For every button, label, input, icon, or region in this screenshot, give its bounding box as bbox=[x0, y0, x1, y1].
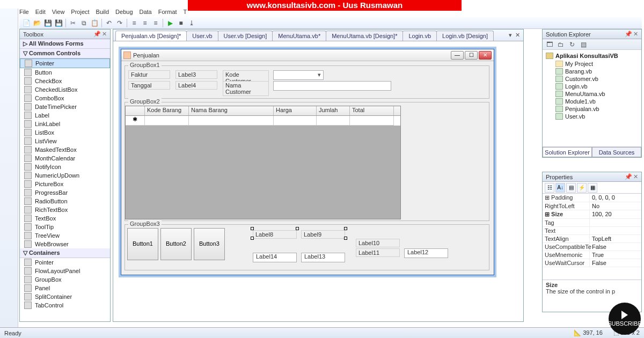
toolbox-item-monthcalendar[interactable]: MonthCalendar bbox=[20, 154, 110, 163]
label-namacust[interactable]: Nama Customer bbox=[223, 81, 269, 96]
toolbox-item-picturebox[interactable]: PictureBox bbox=[20, 180, 110, 188]
tab-close-icon[interactable]: ✕ bbox=[515, 32, 520, 39]
start-debug-icon[interactable]: ▶ bbox=[165, 18, 175, 28]
toolbox-group-containers[interactable]: ▽ Containers bbox=[20, 248, 110, 258]
property-row[interactable]: UseMnemonicTrue bbox=[543, 251, 641, 259]
document-tabs[interactable]: Penjualan.vb [Design]*User.vbUser.vb [De… bbox=[113, 30, 523, 41]
step-icon[interactable]: ⤓ bbox=[187, 18, 196, 28]
toolbox-item-combobox[interactable]: ComboBox bbox=[20, 94, 110, 102]
toolbox-item-radiobutton[interactable]: RadioButton bbox=[20, 197, 110, 205]
selection-handle[interactable] bbox=[251, 237, 254, 240]
properties-title[interactable]: Properties 📌✕ bbox=[543, 172, 641, 182]
text-namacust[interactable] bbox=[273, 81, 391, 91]
property-row[interactable]: ⊞ Padding0, 0, 0, 0 bbox=[543, 194, 641, 202]
categorized-icon[interactable]: ☷ bbox=[545, 183, 554, 193]
grid-col-total[interactable]: Total bbox=[350, 106, 394, 115]
solution-item[interactable]: Customer.vb bbox=[555, 75, 638, 83]
solution-item[interactable]: Module1.vb bbox=[555, 98, 638, 105]
properties-toolbar[interactable]: ☷ A↓ ▤ ⚡ ▦ bbox=[543, 182, 641, 194]
toolbox-item-button[interactable]: Button bbox=[20, 68, 110, 77]
design-surface[interactable]: Penjualan — ☐ ✕ GroupBox1 Faktur Tanggal… bbox=[113, 41, 523, 321]
toolbox-item-datetimepicker[interactable]: DateTimePicker bbox=[20, 102, 110, 111]
label10[interactable]: Label10 bbox=[356, 239, 400, 247]
toolbox-item-panel[interactable]: Panel bbox=[20, 284, 110, 292]
property-row[interactable]: Text bbox=[543, 227, 641, 235]
tab-solution-explorer[interactable]: Solution Explorer bbox=[543, 147, 592, 157]
pin-icon[interactable]: 📌 bbox=[625, 173, 632, 180]
maximize-icon[interactable]: ☐ bbox=[465, 51, 478, 60]
toolbox-item-progressbar[interactable]: ProgressBar bbox=[20, 188, 110, 197]
view-code-icon[interactable]: ▤ bbox=[579, 40, 588, 49]
label9[interactable]: Label9 bbox=[301, 230, 345, 239]
toolbox-item-maskedtextbox[interactable]: MaskedTextBox bbox=[20, 145, 110, 154]
redo-icon[interactable]: ↷ bbox=[115, 18, 125, 28]
solution-item[interactable]: Penjualan.vb bbox=[555, 105, 638, 113]
solution-tree[interactable]: Aplikasi KonsultasiVB My ProjectBarang.v… bbox=[543, 50, 641, 123]
grid-col-kodebarang[interactable]: Kode Barang bbox=[145, 106, 189, 115]
label-faktur[interactable]: Faktur bbox=[128, 70, 170, 79]
close-icon[interactable]: ✕ bbox=[633, 31, 638, 38]
tab-data-sources[interactable]: Data Sources bbox=[592, 147, 641, 157]
selection-handle[interactable] bbox=[344, 237, 347, 240]
properties-grid[interactable]: ⊞ Padding0, 0, 0, 0RightToLeftNo⊞ Size10… bbox=[543, 194, 641, 280]
button1[interactable]: Button1 bbox=[127, 228, 158, 260]
paste-icon[interactable]: 📋 bbox=[90, 18, 99, 28]
toolbox-item-richtextbox[interactable]: RichTextBox bbox=[20, 205, 110, 214]
combo-kodecust[interactable] bbox=[273, 70, 324, 80]
toolbox-title[interactable]: Toolbox 📌✕ bbox=[20, 30, 110, 39]
undo-icon[interactable]: ↶ bbox=[104, 18, 114, 28]
doc-tab[interactable]: User.vb [Design] bbox=[218, 31, 273, 41]
toolbox-item-pointer[interactable]: Pointer bbox=[20, 258, 110, 267]
grid-col-rowheader[interactable] bbox=[126, 106, 145, 115]
subscribe-badge[interactable]: SUBSCRIBE bbox=[609, 303, 641, 335]
main-toolbar[interactable]: 📄 📂 💾 💾 ✂ ⧉ 📋 ↶ ↷ ≡ ≡ ≡ ▶ ■ ⤓ bbox=[19, 17, 642, 29]
property-row[interactable]: RightToLeftNo bbox=[543, 202, 641, 210]
property-row[interactable]: TextAlignTopLeft bbox=[543, 235, 641, 243]
align-right-icon[interactable]: ≡ bbox=[151, 18, 160, 28]
grid-col-harga[interactable]: Harga bbox=[274, 106, 317, 115]
toolbox-item-numericupdown[interactable]: NumericUpDown bbox=[20, 171, 110, 180]
doc-tab[interactable]: User.vb bbox=[186, 31, 218, 41]
grid-col-jumlah[interactable]: Jumlah bbox=[317, 106, 350, 115]
close-icon[interactable]: ✕ bbox=[633, 173, 638, 180]
save-icon[interactable]: 💾 bbox=[43, 18, 53, 28]
button2[interactable]: Button2 bbox=[160, 228, 192, 260]
label11[interactable]: Label11 bbox=[356, 248, 400, 257]
property-row[interactable]: UseWaitCursorFalse bbox=[543, 259, 641, 267]
groupbox3[interactable]: GroupBox3 Button1 Button2 Button3 Label8… bbox=[125, 224, 489, 270]
refresh-icon[interactable]: ↻ bbox=[567, 40, 577, 49]
toolbox-item-checkedlistbox[interactable]: CheckedListBox bbox=[20, 85, 110, 94]
solution-explorer-title[interactable]: Solution Explorer 📌✕ bbox=[543, 30, 641, 39]
close-icon[interactable]: ✕ bbox=[102, 31, 107, 38]
doc-tab[interactable]: Login.vb bbox=[402, 31, 437, 41]
form-window[interactable]: Penjualan — ☐ ✕ GroupBox1 Faktur Tanggal… bbox=[121, 49, 494, 275]
doc-tab[interactable]: Penjualan.vb [Design]* bbox=[115, 31, 187, 41]
grid-col-namabarang[interactable]: Nama Barang bbox=[189, 106, 274, 115]
toolbox-item-tabcontrol[interactable]: TabControl bbox=[20, 301, 110, 310]
open-icon[interactable]: 📂 bbox=[32, 18, 42, 28]
alphabetical-icon[interactable]: A↓ bbox=[555, 183, 565, 193]
align-center-icon[interactable]: ≡ bbox=[140, 18, 150, 28]
selection-handle[interactable] bbox=[296, 227, 299, 230]
solution-toolbar[interactable]: 🗔 🗀 ↻ ▤ bbox=[543, 39, 641, 50]
tab-dropdown-icon[interactable]: ▾ bbox=[509, 32, 512, 39]
solution-item[interactable]: Login.vb bbox=[555, 83, 638, 90]
solution-item[interactable]: User.vb bbox=[555, 113, 638, 120]
close-window-icon[interactable]: ✕ bbox=[479, 51, 492, 60]
toolbox-item-listbox[interactable]: ListBox bbox=[20, 128, 110, 137]
groupbox2[interactable]: GroupBox2 Kode Barang Nama Barang Harga … bbox=[125, 102, 489, 221]
properties-panel[interactable]: Properties 📌✕ ☷ A↓ ▤ ⚡ ▦ ⊞ Padding0, 0, … bbox=[542, 172, 642, 312]
properties-icon[interactable]: 🗔 bbox=[545, 40, 554, 49]
label4[interactable]: Label4 bbox=[175, 81, 217, 90]
toolbox-item-treeview[interactable]: TreeView bbox=[20, 231, 110, 240]
solution-item[interactable]: My Project bbox=[555, 60, 638, 68]
doc-tab[interactable]: MenuUtama.vb [Design]* bbox=[326, 31, 403, 41]
events-icon[interactable]: ⚡ bbox=[577, 183, 587, 193]
label3[interactable]: Label3 bbox=[175, 70, 217, 79]
toolbox-item-splitcontainer[interactable]: SplitContainer bbox=[20, 292, 110, 301]
toolbox-item-label[interactable]: Label bbox=[20, 111, 110, 120]
toolbox-item-textbox[interactable]: TextBox bbox=[20, 214, 110, 223]
property-row[interactable]: ⊞ Size100, 20 bbox=[543, 210, 641, 219]
solution-explorer-panel[interactable]: Solution Explorer 📌✕ 🗔 🗀 ↻ ▤ Aplikasi Ko… bbox=[542, 29, 642, 158]
selection-handle[interactable] bbox=[344, 227, 347, 230]
